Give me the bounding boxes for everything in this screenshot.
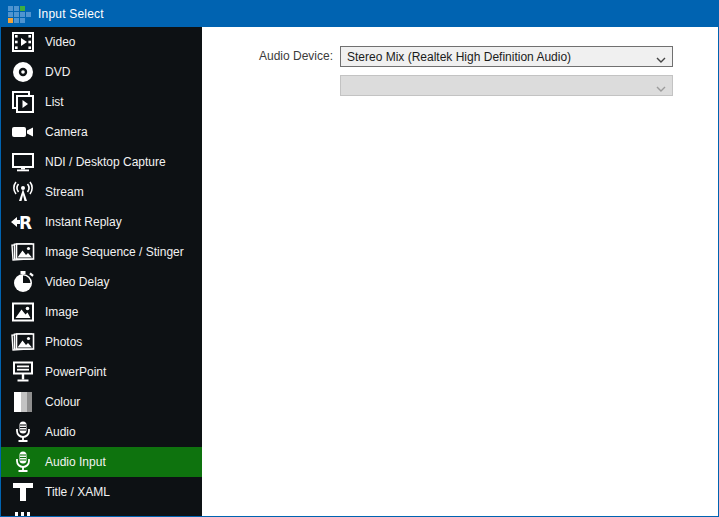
replay-r-icon: R bbox=[8, 210, 38, 234]
sidebar-item-label: Image bbox=[45, 305, 78, 319]
input-select-window: Input Select Video DVD List bbox=[0, 0, 719, 517]
svg-text:R: R bbox=[19, 213, 32, 233]
monitor-icon bbox=[8, 150, 38, 174]
title-bar: Input Select bbox=[1, 1, 718, 27]
window-title: Input Select bbox=[38, 7, 104, 21]
stopwatch-icon bbox=[8, 270, 38, 294]
flash-icon bbox=[8, 510, 38, 516]
sidebar-item-instant-replay[interactable]: R Instant Replay bbox=[1, 207, 202, 237]
input-type-sidebar: Video DVD List Camera bbox=[1, 27, 202, 516]
chevron-down-icon bbox=[656, 82, 666, 96]
antenna-icon bbox=[8, 180, 38, 204]
sidebar-item-label: Instant Replay bbox=[45, 215, 122, 229]
sidebar-item-label: Video Delay bbox=[45, 275, 110, 289]
sidebar-item-stream[interactable]: Stream bbox=[1, 177, 202, 207]
sidebar-item-title-xaml[interactable]: Title / XAML bbox=[1, 477, 202, 507]
sidebar-item-label: DVD bbox=[45, 65, 70, 79]
sidebar-item-dvd[interactable]: DVD bbox=[1, 57, 202, 87]
sidebar-item-label: Colour bbox=[45, 395, 80, 409]
film-strip-icon bbox=[8, 30, 38, 54]
sidebar-item-photos[interactable]: Photos bbox=[1, 327, 202, 357]
sidebar-item-label: Audio Input bbox=[45, 455, 106, 469]
sidebar-item-video-delay[interactable]: Video Delay bbox=[1, 267, 202, 297]
sidebar-item-label: Photos bbox=[45, 335, 82, 349]
gradient-swatch-icon bbox=[8, 390, 38, 414]
presentation-icon bbox=[8, 360, 38, 384]
sidebar-item-ndi-desktop-capture[interactable]: NDI / Desktop Capture bbox=[1, 147, 202, 177]
sidebar-item-label: List bbox=[45, 95, 64, 109]
audio-device-value: Stereo Mix (Realtek High Definition Audi… bbox=[347, 50, 571, 64]
microphone-icon bbox=[8, 420, 38, 444]
sidebar-item-colour[interactable]: Colour bbox=[1, 387, 202, 417]
audio-device-row: Audio Device: Stereo Mix (Realtek High D… bbox=[202, 46, 718, 96]
disc-icon bbox=[8, 60, 38, 84]
sidebar-item-label: Image Sequence / Stinger bbox=[45, 245, 184, 259]
chevron-down-icon bbox=[656, 53, 666, 67]
sidebar-item-list[interactable]: List bbox=[1, 87, 202, 117]
secondary-device-dropdown bbox=[340, 75, 673, 96]
audio-input-settings-panel: Audio Device: Stereo Mix (Realtek High D… bbox=[202, 27, 718, 516]
sidebar-item-label: Stream bbox=[45, 185, 84, 199]
sidebar-item-video[interactable]: Video bbox=[1, 27, 202, 57]
microphone-icon bbox=[8, 450, 38, 474]
video-camera-icon bbox=[8, 120, 38, 144]
sidebar-item-label: Camera bbox=[45, 125, 88, 139]
sidebar-item-powerpoint[interactable]: PowerPoint bbox=[1, 357, 202, 387]
photo-stack-icon bbox=[8, 330, 38, 354]
sidebar-item-label: Flash / SWF bbox=[45, 515, 111, 516]
photo-stack-icon bbox=[8, 240, 38, 264]
audio-device-label: Audio Device: bbox=[202, 46, 340, 96]
sidebar-item-label: Audio bbox=[45, 425, 76, 439]
sidebar-item-image[interactable]: Image bbox=[1, 297, 202, 327]
sidebar-item-label: NDI / Desktop Capture bbox=[45, 155, 166, 169]
sidebar-item-label: Video bbox=[45, 35, 75, 49]
sidebar-item-camera[interactable]: Camera bbox=[1, 117, 202, 147]
photo-icon bbox=[8, 300, 38, 324]
sidebar-item-audio[interactable]: Audio bbox=[1, 417, 202, 447]
sidebar-item-label: Title / XAML bbox=[45, 485, 110, 499]
vmix-logo-icon bbox=[8, 6, 31, 23]
letter-t-icon bbox=[8, 480, 38, 504]
list-frames-icon bbox=[8, 90, 38, 114]
sidebar-item-flash-swf[interactable]: Flash / SWF bbox=[1, 507, 202, 516]
audio-device-dropdown[interactable]: Stereo Mix (Realtek High Definition Audi… bbox=[340, 46, 673, 67]
sidebar-item-label: PowerPoint bbox=[45, 365, 106, 379]
sidebar-item-audio-input[interactable]: Audio Input bbox=[1, 447, 202, 477]
sidebar-item-image-sequence-stinger[interactable]: Image Sequence / Stinger bbox=[1, 237, 202, 267]
